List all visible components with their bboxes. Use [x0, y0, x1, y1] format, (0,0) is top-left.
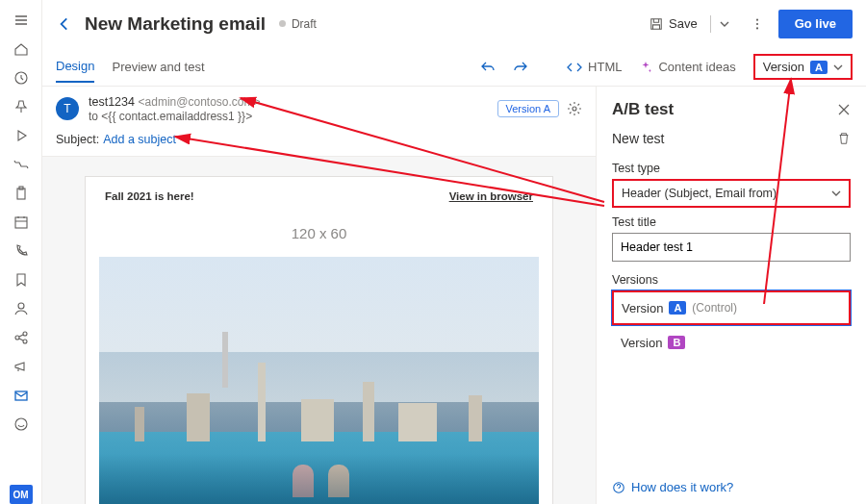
- svg-point-12: [756, 22, 758, 24]
- back-button[interactable]: [56, 15, 73, 33]
- new-test-heading: New test: [612, 131, 664, 146]
- preheader-text[interactable]: Fall 2021 is here!: [105, 190, 194, 202]
- svg-point-9: [15, 418, 27, 430]
- undo-button[interactable]: [480, 60, 496, 75]
- status-text: Draft: [292, 17, 317, 31]
- header-version-tag: Version A: [497, 100, 559, 117]
- org-badge[interactable]: OM: [10, 485, 33, 504]
- versions-label: Versions: [612, 273, 851, 287]
- version-a-item[interactable]: Version A (Control): [612, 290, 851, 325]
- clipboard-icon[interactable]: [6, 179, 37, 208]
- test-title-input[interactable]: [612, 233, 851, 262]
- control-tag: (Control): [692, 301, 737, 315]
- version-b-item[interactable]: Version B: [612, 325, 851, 360]
- svg-point-13: [756, 27, 758, 29]
- version-a-chip-icon: A: [669, 301, 686, 315]
- email-body-canvas[interactable]: Fall 2021 is here! View in browser 120 x…: [42, 157, 596, 504]
- emoji-icon[interactable]: [6, 410, 37, 439]
- svg-point-11: [756, 18, 758, 20]
- pin-icon[interactable]: [6, 92, 37, 121]
- from-name[interactable]: test1234: [89, 95, 135, 109]
- sender-avatar: T: [56, 97, 79, 120]
- view-in-browser-link[interactable]: View in browser: [449, 190, 533, 202]
- go-live-button[interactable]: Go live: [778, 10, 853, 38]
- chevron-down-icon: [831, 189, 841, 198]
- subject-input[interactable]: Add a subject: [103, 133, 176, 146]
- how-does-it-work-link[interactable]: How does it work?: [612, 480, 733, 494]
- bookmark-icon[interactable]: [6, 265, 37, 294]
- email-canvas-area: T test1234 <admin@contoso.com> to <{{ co…: [42, 87, 597, 504]
- content-ideas-button[interactable]: Content ideas: [639, 60, 735, 74]
- save-chevron-icon[interactable]: [713, 11, 736, 38]
- panel-title: A/B test: [612, 100, 674, 119]
- save-button[interactable]: Save: [639, 11, 708, 38]
- home-icon[interactable]: [6, 35, 37, 63]
- version-b-text: Version: [621, 336, 662, 350]
- flow-icon[interactable]: [6, 150, 37, 179]
- test-type-select[interactable]: Header (Subject, Email from): [612, 179, 851, 208]
- editor-toolbar: Design Preview and test HTML Content ide…: [42, 48, 866, 87]
- subject-label: Subject:: [56, 133, 99, 146]
- menu-icon[interactable]: [6, 6, 37, 35]
- svg-rect-3: [15, 217, 27, 228]
- page-header: New Marketing email Draft Save Go live: [42, 0, 866, 48]
- tab-design[interactable]: Design: [56, 51, 94, 83]
- version-b-chip-icon: B: [668, 336, 685, 349]
- html-label: HTML: [588, 60, 622, 74]
- mail-icon[interactable]: [6, 381, 37, 410]
- to-value[interactable]: <{{ contact.emailaddress1 }}>: [101, 110, 252, 123]
- email-envelope-header: T test1234 <admin@contoso.com> to <{{ co…: [42, 87, 596, 157]
- hero-image-placeholder[interactable]: [99, 257, 539, 504]
- svg-point-14: [573, 107, 576, 111]
- help-link-text: How does it work?: [631, 480, 733, 494]
- test-type-value: Header (Subject, Email from): [622, 187, 777, 200]
- tab-preview[interactable]: Preview and test: [112, 52, 204, 82]
- svg-point-6: [23, 332, 27, 336]
- help-icon: [612, 481, 625, 494]
- save-label: Save: [669, 16, 698, 31]
- phone-icon[interactable]: [6, 237, 37, 265]
- person-icon[interactable]: [6, 294, 37, 323]
- calendar-icon[interactable]: [6, 208, 37, 237]
- version-a-chip-icon: A: [810, 61, 828, 74]
- logo-placeholder[interactable]: 120 x 60: [86, 215, 552, 257]
- svg-point-7: [23, 340, 27, 343]
- html-view-button[interactable]: HTML: [567, 60, 622, 75]
- test-title-label: Test title: [612, 215, 851, 229]
- app-navigation-rail: OM: [0, 0, 42, 504]
- redo-button[interactable]: [513, 60, 528, 75]
- status-dot-icon: [279, 20, 286, 27]
- svg-point-5: [15, 336, 19, 340]
- svg-point-4: [18, 303, 24, 309]
- version-a-text: Version: [622, 301, 663, 315]
- megaphone-icon[interactable]: [6, 352, 37, 381]
- overflow-menu-button[interactable]: [744, 11, 771, 38]
- to-label: to: [89, 110, 98, 123]
- delete-test-button[interactable]: [837, 132, 851, 145]
- page-title: New Marketing email: [85, 13, 266, 35]
- version-label: Version: [763, 60, 804, 74]
- panel-close-button[interactable]: [837, 103, 851, 116]
- recent-icon[interactable]: [6, 63, 37, 92]
- from-address[interactable]: <admin@contoso.com>: [139, 95, 261, 109]
- header-settings-gear-icon[interactable]: [567, 101, 582, 116]
- share-icon[interactable]: [6, 323, 37, 352]
- version-selector[interactable]: Version A: [753, 54, 853, 80]
- svg-rect-1: [17, 189, 25, 199]
- ab-test-panel: A/B test New test Test type Header (Subj…: [597, 87, 866, 504]
- save-split-button[interactable]: Save: [639, 11, 736, 38]
- test-type-label: Test type: [612, 162, 851, 175]
- play-icon[interactable]: [6, 121, 37, 150]
- chevron-down-icon: [833, 63, 843, 72]
- content-ideas-label: Content ideas: [658, 60, 735, 74]
